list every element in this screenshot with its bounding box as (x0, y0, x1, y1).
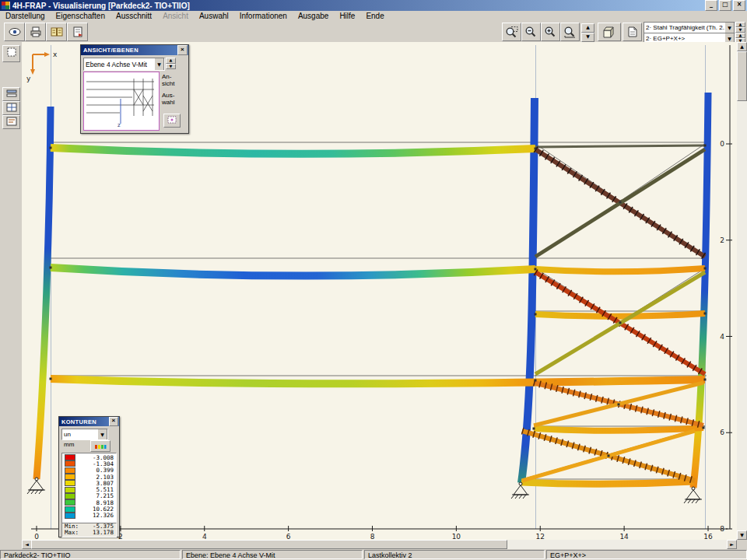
vertical-scrollbar[interactable]: ▲ ▼ (737, 42, 747, 540)
zoom-out-icon (524, 26, 538, 38)
spin-down-button[interactable]: ▼ (581, 33, 594, 42)
print-button[interactable] (25, 23, 46, 41)
unit-label: mm (64, 441, 74, 448)
ansicht-panel-title: ANSICHT/EBENEN (83, 47, 139, 54)
maximize-button[interactable]: □ (719, 0, 731, 11)
svg-text:8: 8 (720, 525, 724, 533)
level-spinner: ▲ ▼ (166, 58, 174, 69)
zoom-full-button[interactable] (560, 23, 580, 41)
close-icon[interactable]: × (177, 45, 188, 55)
menu-item-darstellung[interactable]: Darstellung (0, 12, 51, 20)
window-title: 4H-FRAP - Visualisierung [Parkdeck2- TIO… (12, 2, 705, 10)
scroll-down-button[interactable]: ▼ (737, 530, 747, 540)
menu-item-informationen[interactable]: Informationen (234, 12, 293, 20)
konturen-panel-title: KONTUREN (61, 418, 96, 425)
selection-mode-button[interactable] (163, 114, 181, 128)
x-axis-label: x (53, 51, 58, 58)
z-axis-label: z (117, 122, 121, 128)
zoom-out-button[interactable] (521, 23, 541, 41)
zoom-full-icon (563, 26, 577, 38)
horizontal-scroll-thumb[interactable] (31, 540, 507, 549)
svg-text:2: 2 (720, 236, 724, 244)
beam-level2-right (535, 268, 705, 271)
svg-text:10: 10 (452, 533, 461, 540)
beam-level4-right (535, 313, 705, 317)
svg-text:0: 0 (34, 533, 39, 540)
layers-icon (6, 87, 17, 101)
document-icon (71, 26, 85, 38)
output-page-button[interactable] (622, 23, 642, 41)
scrollbar-corner (737, 540, 747, 549)
level-select[interactable]: Ebene 4 Achse V-Mit ▼ (83, 58, 165, 71)
legend-color-swatch (65, 493, 75, 499)
scroll-up-button[interactable]: ▲ (737, 42, 747, 51)
svg-text:12: 12 (536, 533, 545, 540)
perspective-view-button[interactable] (598, 23, 621, 41)
menu-item-eigenschaften[interactable]: Eigenschaften (51, 12, 110, 20)
ansicht-ebenen-panel: ANSICHT/EBENEN × Ebene 4 Achse V-Mit ▼ ▲… (80, 44, 189, 134)
svg-text:4: 4 (720, 333, 724, 341)
status-cell-3: EG+P+X+> (546, 550, 747, 559)
book-icon (50, 26, 64, 38)
eye-icon (8, 26, 22, 38)
menu-item-ausschnitt[interactable]: Ausschnitt (110, 12, 157, 20)
vertical-scroll-thumb[interactable] (737, 51, 747, 101)
menu-item-ende[interactable]: Ende (360, 12, 389, 20)
close-icon[interactable]: × (109, 417, 118, 426)
minmax-box: Min:-5.375 Max:13.178 (61, 523, 117, 537)
level-spin-down[interactable]: ▼ (166, 64, 176, 70)
crosshair-icon (167, 114, 177, 128)
menu-item-ausgabe[interactable]: Ausgabe (293, 12, 334, 20)
status-cell-1: Ebene: Ebene 4 Achse V-Mit (182, 550, 363, 559)
legend-color-swatch (65, 454, 75, 460)
level-preview[interactable]: z (83, 72, 160, 131)
svg-text:0: 0 (720, 140, 724, 148)
legend-color-swatch (65, 499, 75, 506)
load-case-spin-up[interactable]: ▲ (735, 22, 745, 27)
view-tool-button-3[interactable] (2, 115, 20, 129)
close-button[interactable]: × (733, 0, 745, 11)
beam-level5-right (534, 428, 703, 431)
selection-tool-button[interactable] (2, 45, 20, 62)
palette-settings-button[interactable] (90, 440, 110, 452)
level-spin-up[interactable]: ▲ (166, 58, 176, 64)
zoom-in-button[interactable] (541, 23, 560, 41)
status-bar: Parkdeck2- TIO+TIIOEbene: Ebene 4 Achse … (0, 549, 747, 560)
legend-row: 12.326 (62, 513, 116, 519)
menu-item-hilfe[interactable]: Hilfe (334, 12, 360, 20)
zoom-window-icon (505, 26, 519, 38)
menu-item-ansicht[interactable]: Ansicht (157, 12, 194, 20)
combination-spin-up[interactable]: ▲ (735, 33, 745, 38)
combination-select-value: 2· EG+P+X+> (644, 35, 724, 42)
quantity-select-value: un (62, 431, 97, 438)
legend-color-swatch (65, 460, 75, 467)
report-tables-button[interactable] (46, 23, 67, 41)
zoom-in-icon (544, 26, 558, 38)
selection-rect-icon (6, 47, 17, 61)
view-rotation-spinner: ▲ ▼ (581, 23, 593, 42)
title-bar: 4H-FRAP - Visualisierung [Parkdeck2- TIO… (0, 0, 747, 11)
svg-text:16: 16 (703, 533, 713, 540)
document-export-button[interactable] (67, 23, 88, 41)
contour-legend: -3.008-1.3040.3992.1033.8075.5117.2158.9… (61, 453, 117, 523)
view-tool-button-2[interactable] (2, 101, 20, 115)
spin-up-button[interactable]: ▲ (581, 23, 594, 33)
menu-item-auswahl[interactable]: Auswahl (194, 12, 234, 20)
ansicht-panel-titlebar[interactable]: ANSICHT/EBENEN × (81, 45, 188, 55)
konturen-panel-titlebar[interactable]: KONTUREN × (59, 417, 119, 426)
chevron-down-icon[interactable]: ▼ (154, 58, 164, 71)
auswahl-label: Aus-wahl (162, 92, 174, 106)
beam-level1-right (535, 145, 705, 147)
svg-text:6: 6 (286, 533, 291, 540)
legend-color-swatch (65, 487, 75, 493)
legend-color-swatch (65, 467, 75, 474)
scroll-right-button[interactable]: ► (727, 540, 737, 549)
zoom-window-button[interactable] (502, 23, 521, 41)
minimize-button[interactable]: _ (705, 0, 717, 11)
page-icon (626, 26, 640, 38)
view-tool-button-1[interactable] (2, 87, 20, 101)
horizontal-scrollbar[interactable]: ◄ ► (22, 540, 737, 549)
left-toolbar (0, 42, 23, 549)
view-options-button[interactable] (4, 23, 25, 41)
load-case-select-value: 2· Stahl Tragfähigkeit (Th. 2. O (644, 24, 724, 31)
